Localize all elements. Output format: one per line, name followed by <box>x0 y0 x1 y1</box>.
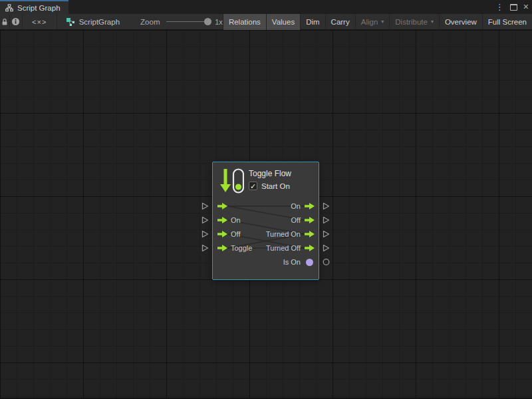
lock-button[interactable] <box>0 14 10 30</box>
external-value-port[interactable] <box>323 258 330 266</box>
values-button[interactable]: Values <box>266 14 300 30</box>
external-flow-port[interactable] <box>323 216 330 224</box>
tab-label: Script Graph <box>17 4 61 12</box>
flow-output-port[interactable] <box>305 217 315 223</box>
tab-script-graph[interactable]: Script Graph <box>0 0 68 14</box>
input-port-label: Off <box>231 229 240 239</box>
external-flow-port[interactable] <box>323 202 330 210</box>
graph-breadcrumb[interactable]: ScriptGraph <box>66 17 120 27</box>
start-on-checkbox[interactable]: ✓ <box>249 182 257 190</box>
input-port-label: On <box>231 215 241 225</box>
graph-tab-icon <box>5 4 13 12</box>
distribute-dropdown[interactable]: Distribute ▾ <box>389 14 439 30</box>
flow-output-port[interactable] <box>305 231 315 237</box>
full-screen-button[interactable]: Full Screen <box>482 14 532 30</box>
external-flow-port[interactable] <box>323 244 330 252</box>
align-label: Align <box>361 14 378 30</box>
start-on-label: Start On <box>261 182 290 190</box>
lock-icon <box>1 18 9 26</box>
chevron-down-icon: ▾ <box>431 14 434 30</box>
overview-button[interactable]: Overview <box>439 14 482 30</box>
info-icon <box>11 17 20 26</box>
external-flow-port[interactable] <box>201 244 209 252</box>
graph-name-label: ScriptGraph <box>79 18 120 26</box>
value-output-port[interactable] <box>306 259 313 266</box>
graph-toolbar: <×> ScriptGraph Zoom 1x Relations Values… <box>0 14 532 30</box>
external-flow-port[interactable] <box>201 202 209 210</box>
titlebar: Script Graph ⋮ × <box>0 0 532 14</box>
relations-button[interactable]: Relations <box>223 14 266 30</box>
flow-output-port[interactable] <box>305 203 315 209</box>
flow-output-port[interactable] <box>305 245 315 251</box>
zoom-value: 1x <box>215 18 223 26</box>
script-graph-window: Script Graph ⋮ × <box>0 0 532 399</box>
node-title: Toggle Flow <box>249 169 291 178</box>
toggle-flow-icon <box>219 168 244 194</box>
flow-input-port[interactable] <box>217 231 227 237</box>
graph-canvas[interactable]: Toggle Flow ✓ Start On On Off Toggle <box>0 30 532 399</box>
external-flow-port[interactable] <box>201 216 209 224</box>
zoom-label: Zoom <box>140 18 160 26</box>
menu-kebab-icon[interactable]: ⋮ <box>495 0 504 14</box>
external-flow-port[interactable] <box>323 230 330 238</box>
code-preview-button[interactable]: <×> <box>23 14 57 30</box>
output-port-label: Is On <box>283 257 301 267</box>
node-header: Toggle Flow ✓ Start On <box>219 168 291 194</box>
maximize-icon[interactable] <box>510 4 517 11</box>
carry-button[interactable]: Carry <box>325 14 355 30</box>
close-icon[interactable]: × <box>523 0 529 14</box>
code-icon: <×> <box>32 18 47 26</box>
toggle-flow-node[interactable]: Toggle Flow ✓ Start On On Off Toggle <box>212 162 319 280</box>
zoom-slider-handle[interactable] <box>204 18 211 25</box>
script-graph-icon <box>66 17 75 27</box>
toolbar-button-group: Relations Values Dim Carry Align ▾ Distr… <box>223 14 532 30</box>
flow-input-port[interactable] <box>217 245 227 251</box>
flow-input-port[interactable] <box>217 217 227 223</box>
distribute-label: Distribute <box>395 14 428 30</box>
window-controls: ⋮ × <box>495 0 529 14</box>
flow-input-port[interactable] <box>217 203 227 209</box>
output-port-label: On <box>291 201 301 211</box>
output-port-label: Turned On <box>266 229 301 239</box>
align-dropdown[interactable]: Align ▾ <box>355 14 390 30</box>
input-port-label: Toggle <box>231 243 252 253</box>
output-port-label: Turned Off <box>266 243 301 253</box>
info-button[interactable] <box>10 14 23 30</box>
external-flow-port[interactable] <box>201 230 209 238</box>
dim-button[interactable]: Dim <box>300 14 325 30</box>
zoom-slider[interactable] <box>166 21 209 22</box>
chevron-down-icon: ▾ <box>381 14 384 30</box>
output-port-label: Off <box>291 215 301 225</box>
